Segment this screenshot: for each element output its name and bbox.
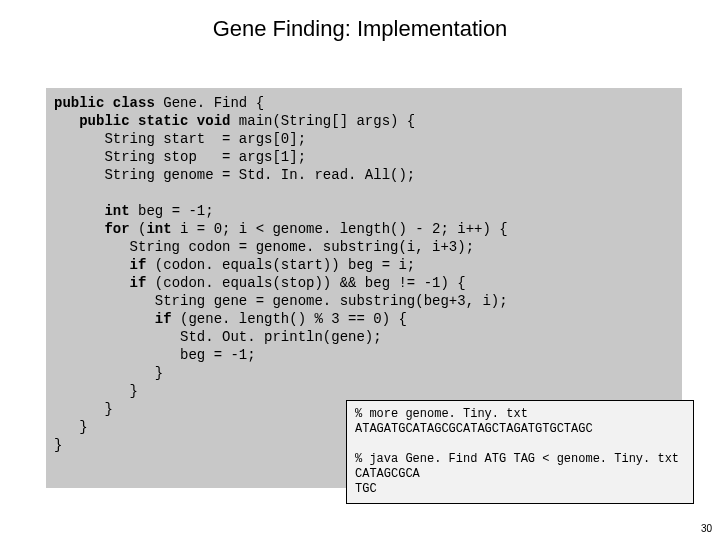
code-kw: public static void [54, 113, 230, 129]
code-text: Gene. Find { [155, 95, 264, 111]
code-text: String genome = Std. In. read. All(); [54, 167, 415, 183]
code-kw: if [54, 257, 146, 273]
slide-title: Gene Finding: Implementation [0, 16, 720, 42]
out-line: % more genome. Tiny. txt [355, 407, 528, 421]
code-text: String stop = args[1]; [54, 149, 306, 165]
code-text: ( [130, 221, 147, 237]
code-text: String codon = genome. substring(i, i+3)… [54, 239, 474, 255]
code-kw: public class [54, 95, 155, 111]
page-number: 30 [701, 523, 712, 534]
code-kw: for [54, 221, 130, 237]
out-line: CATAGCGCA [355, 467, 420, 481]
code-text: main(String[] args) { [230, 113, 415, 129]
out-line: % java Gene. Find ATG TAG < genome. Tiny… [355, 452, 679, 466]
code-kw: if [54, 275, 146, 291]
code-text: } [54, 419, 88, 435]
code-text: i = 0; i < genome. length() - 2; i++) { [172, 221, 508, 237]
out-line: ATAGATGCATAGCGCATAGCTAGATGTGCTAGC [355, 422, 593, 436]
code-text: (codon. equals(stop)) && beg != -1) { [146, 275, 465, 291]
code-text: } [54, 401, 113, 417]
code-text: } [54, 365, 163, 381]
code-text: beg = -1; [54, 347, 256, 363]
code-kw: int [146, 221, 171, 237]
code-text: beg = -1; [130, 203, 214, 219]
code-text: } [54, 437, 62, 453]
code-text: (gene. length() % 3 == 0) { [172, 311, 407, 327]
code-text: (codon. equals(start)) beg = i; [146, 257, 415, 273]
out-line: TGC [355, 482, 377, 496]
code-kw: if [54, 311, 172, 327]
code-text: String start = args[0]; [54, 131, 306, 147]
code-text: } [54, 383, 138, 399]
terminal-output: % more genome. Tiny. txt ATAGATGCATAGCGC… [346, 400, 694, 504]
code-text: Std. Out. println(gene); [54, 329, 382, 345]
code-text: String gene = genome. substring(beg+3, i… [54, 293, 508, 309]
code-kw: int [54, 203, 130, 219]
